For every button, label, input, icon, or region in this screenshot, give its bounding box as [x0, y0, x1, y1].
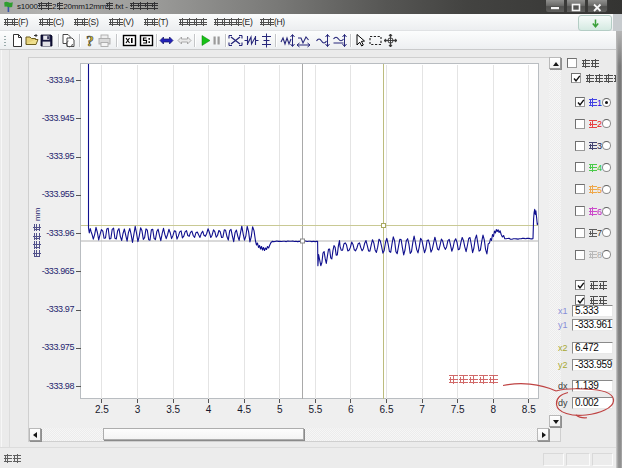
svg-text:?: ?: [86, 33, 94, 49]
